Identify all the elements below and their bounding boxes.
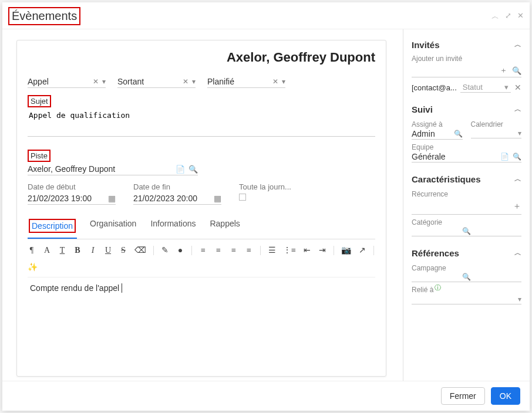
edit-icon[interactable]: 📄 xyxy=(176,165,185,174)
dates-row: Date de début 21/02/2023 19:00 ▦ Date de… xyxy=(28,182,375,205)
campaign-lookup[interactable]: 🔍 xyxy=(412,272,521,282)
add-guest-line[interactable]: ＋ 🔍 xyxy=(412,64,521,77)
allday-checkbox[interactable] xyxy=(239,194,246,201)
chevron-down-icon[interactable]: ▾ xyxy=(192,77,196,86)
remove-guest-icon[interactable]: ✕ xyxy=(514,83,521,92)
end-date-input[interactable]: 21/02/2023 20:00 ▦ xyxy=(133,192,221,205)
font-icon[interactable]: A xyxy=(43,246,51,255)
detail-tabs: Description Organisation Informations Ra… xyxy=(28,215,375,239)
lead-field-wrap: Piste Axelor, Geoffrey Dupont 📄 🔍 xyxy=(28,150,375,175)
guest-row: [contact@a... Statut ▾ ✕ xyxy=(412,82,521,93)
side-panel: Invités ︿ Ajouter un invité ＋ 🔍 [contact… xyxy=(403,29,530,381)
allday-label: Toute la journ... xyxy=(239,182,327,191)
clearformat-icon[interactable]: ⌫ xyxy=(134,245,146,255)
search-icon[interactable]: 🔍 xyxy=(512,66,521,75)
link-icon[interactable]: ↗ xyxy=(358,245,366,255)
collapse-icon[interactable]: ︿ xyxy=(491,11,499,22)
type-field[interactable]: Appel ✕▾ xyxy=(28,76,106,88)
end-date-field: Date de fin 21/02/2023 20:00 ▦ xyxy=(133,182,221,205)
subject-input[interactable]: Appel de qualification xyxy=(28,109,375,137)
chevron-down-icon[interactable]: ▾ xyxy=(282,77,285,86)
chevron-up-icon[interactable]: ︿ xyxy=(514,248,521,258)
expand-icon[interactable]: ⤢ xyxy=(505,11,511,22)
chevron-up-icon[interactable]: ︿ xyxy=(514,174,521,184)
search-icon: 🔍 xyxy=(454,130,463,138)
outdent-icon[interactable]: ⇤ xyxy=(303,245,311,255)
chevron-up-icon[interactable]: ︿ xyxy=(514,104,521,114)
allday-field: Toute la journ... xyxy=(239,182,327,205)
modal-footer: Fermer OK xyxy=(2,381,530,411)
campaign-label: Campagne xyxy=(412,264,521,272)
ok-button[interactable]: OK xyxy=(491,387,520,405)
assignee-value[interactable]: Admin🔍 xyxy=(412,128,463,140)
event-card: Axelor, Geoffrey Dupont Appel ✕▾ Sortant… xyxy=(16,40,386,377)
status-value: Planifié xyxy=(207,77,234,86)
brush-icon[interactable]: ✎ xyxy=(161,245,169,255)
guest-status-select[interactable]: Statut ▾ xyxy=(460,82,511,93)
search-icon: 🔍 xyxy=(462,227,471,235)
lead-lookup[interactable]: Axelor, Geoffrey Dupont 📄 🔍 xyxy=(28,163,198,175)
textcolor-icon[interactable]: T xyxy=(58,246,66,255)
direction-value: Sortant xyxy=(117,77,144,86)
guest-email: [contact@a... xyxy=(412,83,457,92)
clear-icon[interactable]: ✕ xyxy=(183,77,188,86)
align-center-icon[interactable]: ≡ xyxy=(214,246,223,255)
calendar-icon[interactable]: ▦ xyxy=(108,194,116,203)
close-icon[interactable]: ✕ xyxy=(517,11,524,22)
status-field[interactable]: Planifié ✕▾ xyxy=(207,76,285,88)
unordered-list-icon[interactable]: ⋮≡ xyxy=(283,245,296,255)
category-lookup[interactable]: 🔍 xyxy=(412,226,521,236)
strike-icon[interactable]: S xyxy=(119,246,127,255)
edit-icon: 📄 xyxy=(500,153,509,161)
lead-label: Piste xyxy=(28,150,50,162)
section-caracteristiques[interactable]: Caractéristiques ︿ xyxy=(412,170,521,187)
category-label: Catégorie xyxy=(412,218,521,226)
bold-icon[interactable]: B xyxy=(73,246,82,255)
clear-icon[interactable]: ✕ xyxy=(272,77,278,86)
modal-title: Évènements xyxy=(8,7,80,25)
ordered-list-icon[interactable]: ☰ xyxy=(268,245,276,255)
section-invites[interactable]: Invités ︿ xyxy=(412,35,521,52)
close-button[interactable]: Fermer xyxy=(441,387,485,405)
search-icon: 🔍 xyxy=(513,153,521,161)
tab-description[interactable]: Description xyxy=(28,215,77,239)
camera-icon[interactable]: 📷 xyxy=(341,245,351,255)
direction-field[interactable]: Sortant ✕▾ xyxy=(117,76,196,88)
drop-icon[interactable]: ● xyxy=(176,246,184,255)
info-icon[interactable]: ⓘ xyxy=(435,284,441,291)
chevron-up-icon[interactable]: ︿ xyxy=(514,40,521,50)
editor-content[interactable]: Compte rendu de l'appel xyxy=(28,277,375,365)
assignee-label: Assigné à xyxy=(412,120,463,128)
magic-icon[interactable]: ✨ xyxy=(28,262,38,272)
align-justify-icon[interactable]: ≡ xyxy=(245,246,253,255)
team-value[interactable]: Générale 📄🔍 xyxy=(412,151,521,163)
italic-icon[interactable]: I xyxy=(89,246,97,255)
subject-label: Sujet xyxy=(28,95,51,107)
indent-icon[interactable]: ⇥ xyxy=(318,245,326,255)
search-icon[interactable]: 🔍 xyxy=(188,165,198,174)
start-date-label: Date de début xyxy=(28,182,116,191)
related-label: Relié àⓘ xyxy=(412,286,521,294)
chevron-down-icon[interactable]: ▾ xyxy=(102,77,106,86)
recurrence-add[interactable]: ＋ xyxy=(412,198,521,215)
main-column: Axelor, Geoffrey Dupont Appel ✕▾ Sortant… xyxy=(2,29,403,381)
related-select[interactable]: ▾ xyxy=(412,294,521,304)
tab-informations[interactable]: Informations xyxy=(149,215,197,239)
chevron-down-icon[interactable]: ▾ xyxy=(504,83,509,92)
tab-organisation[interactable]: Organisation xyxy=(89,215,137,239)
modal-window-controls: ︿ ⤢ ✕ xyxy=(491,11,524,22)
clear-icon[interactable]: ✕ xyxy=(93,77,99,86)
calendar-icon[interactable]: ▦ xyxy=(214,194,221,203)
calendar-label: Calendrier xyxy=(471,120,522,128)
paragraph-icon[interactable]: ¶ xyxy=(28,246,36,255)
underline-icon[interactable]: U xyxy=(104,246,112,255)
section-suivi[interactable]: Suivi ︿ xyxy=(412,100,521,117)
align-right-icon[interactable]: ≡ xyxy=(230,246,238,255)
classification-row: Appel ✕▾ Sortant ✕▾ Planifié ✕▾ xyxy=(28,76,375,88)
calendar-select[interactable]: ▾ xyxy=(471,128,522,138)
align-left-icon[interactable]: ≡ xyxy=(199,246,207,255)
plus-icon[interactable]: ＋ xyxy=(500,65,507,76)
section-references[interactable]: Références ︿ xyxy=(412,243,521,260)
start-date-input[interactable]: 21/02/2023 19:00 ▦ xyxy=(28,192,116,205)
tab-rappels[interactable]: Rappels xyxy=(208,215,241,239)
